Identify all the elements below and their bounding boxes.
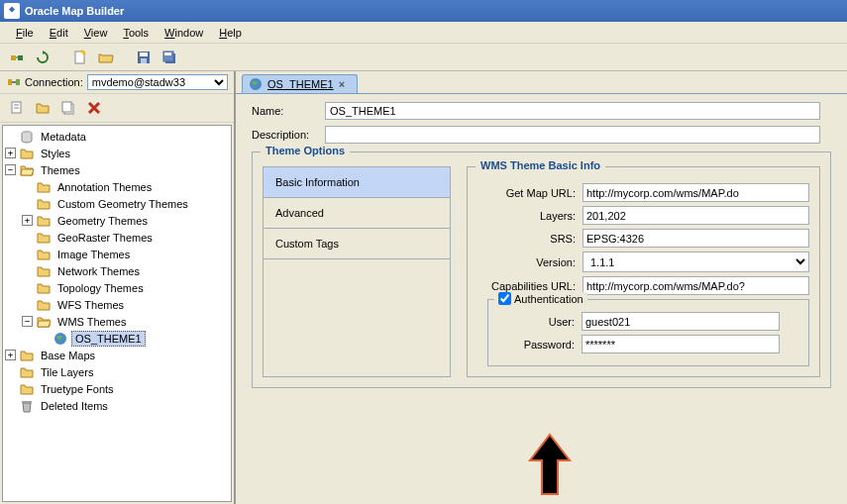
tree-geometry[interactable]: Geometry Themes	[54, 214, 151, 228]
folder-open-icon	[19, 162, 35, 178]
tree-image[interactable]: Image Themes	[54, 248, 133, 261]
tree-toggle[interactable]: +	[22, 215, 33, 226]
svg-rect-0	[11, 55, 16, 60]
description-field[interactable]	[325, 126, 820, 144]
tree-toggle[interactable]: −	[5, 164, 16, 175]
tree-toggle[interactable]: −	[22, 316, 33, 327]
tree-network[interactable]: Network Themes	[54, 264, 143, 278]
left-panel: Connection: mvdemo@stadw33 Metadata +Sty…	[0, 71, 236, 504]
layers-field[interactable]	[582, 206, 809, 225]
svg-rect-22	[22, 401, 32, 403]
tree-tile-layers[interactable]: Tile Layers	[38, 365, 96, 379]
connection-icon	[6, 74, 22, 90]
get-map-url-field[interactable]	[582, 183, 809, 202]
window-titlebar: Oracle Map Builder	[0, 0, 847, 22]
menu-view[interactable]: View	[76, 25, 116, 41]
tree-expand-icon[interactable]	[6, 97, 28, 119]
tree-georaster[interactable]: GeoRaster Themes	[54, 231, 156, 245]
menubar: File Edit View Tools Window Help	[0, 22, 847, 44]
toolbar-saveall-icon[interactable]	[159, 47, 180, 68]
menu-edit[interactable]: Edit	[42, 25, 76, 41]
tree-wfs[interactable]: WFS Themes	[54, 298, 127, 312]
theme-options-legend: Theme Options	[261, 145, 350, 156]
nav-basic-information[interactable]: Basic Information	[264, 167, 450, 198]
tree-os-theme1[interactable]: OS_THEME1	[71, 331, 146, 347]
user-label: User:	[496, 316, 582, 328]
toolbar-connect-icon[interactable]	[6, 47, 28, 68]
layers-label: Layers:	[477, 210, 582, 222]
toolbar-refresh-icon[interactable]	[32, 47, 53, 68]
toolbar-open-icon[interactable]	[95, 47, 117, 68]
folder-icon	[19, 381, 35, 397]
tree-root[interactable]: Metadata	[38, 130, 89, 144]
svg-rect-17	[62, 102, 71, 112]
menu-help[interactable]: Help	[211, 25, 250, 41]
svg-rect-9	[164, 52, 171, 55]
tree-custom-geom[interactable]: Custom Geometry Themes	[54, 197, 191, 211]
toolbar-save-icon[interactable]	[133, 47, 155, 68]
authentication-label: Authentication	[514, 293, 583, 305]
folder-icon	[36, 247, 52, 262]
tab-close-icon[interactable]: ×	[339, 78, 351, 90]
menu-file[interactable]: File	[8, 25, 42, 41]
tree-themes[interactable]: Themes	[38, 163, 83, 177]
description-label: Description:	[252, 129, 325, 141]
tree-truetype[interactable]: Truetype Fonts	[38, 382, 117, 396]
nav-custom-tags[interactable]: Custom Tags	[264, 229, 450, 259]
user-field[interactable]	[582, 312, 780, 331]
svg-rect-11	[16, 79, 20, 85]
tab-strip: OS_THEME1 ×	[236, 71, 847, 93]
folder-icon	[19, 146, 35, 161]
tab-label: OS_THEME1	[267, 78, 334, 90]
globe-icon	[53, 331, 68, 347]
menu-window[interactable]: Window	[157, 25, 211, 41]
folder-icon	[36, 213, 52, 229]
tree-base-maps[interactable]: Base Maps	[38, 349, 98, 362]
folder-open-icon	[36, 314, 52, 330]
get-map-url-label: Get Map URL:	[477, 187, 582, 199]
tree-new-folder-icon[interactable]	[32, 97, 53, 119]
folder-icon	[19, 348, 35, 363]
folder-icon	[19, 364, 35, 380]
name-field[interactable]	[325, 102, 820, 120]
capabilities-url-field[interactable]	[582, 276, 809, 295]
metadata-tree[interactable]: Metadata +Styles −Themes Annotation Them…	[2, 125, 232, 502]
wms-group-legend: WMS Theme Basic Info	[476, 159, 605, 171]
tree-toggle[interactable]: +	[5, 148, 16, 158]
left-panel-toolbar	[0, 94, 234, 123]
authentication-group: Authentication User: Password:	[487, 299, 809, 366]
folder-icon	[36, 280, 52, 296]
svg-rect-1	[18, 55, 23, 60]
version-select[interactable]: 1.1.1	[582, 252, 809, 272]
toolbar-new-icon[interactable]	[69, 47, 91, 68]
tab-os-theme1[interactable]: OS_THEME1 ×	[242, 74, 358, 93]
svg-rect-5	[140, 52, 148, 56]
tree-annotation[interactable]: Annotation Themes	[54, 180, 155, 194]
globe-icon	[249, 77, 263, 91]
tree-delete-icon[interactable]	[83, 97, 105, 119]
srs-field[interactable]	[582, 229, 809, 248]
folder-icon	[36, 263, 52, 279]
tree-topology[interactable]: Topology Themes	[54, 281, 147, 295]
window-title: Oracle Map Builder	[25, 5, 124, 17]
folder-icon	[36, 297, 52, 313]
folder-icon	[36, 230, 52, 246]
tree-toggle[interactable]: +	[5, 350, 16, 360]
authentication-checkbox[interactable]	[498, 292, 511, 305]
connection-select[interactable]: mvdemo@stadw33	[87, 74, 228, 90]
connection-bar: Connection: mvdemo@stadw33	[0, 71, 234, 94]
svg-rect-6	[141, 58, 147, 63]
password-field[interactable]	[582, 335, 780, 353]
version-label: Version:	[477, 256, 582, 268]
nav-advanced[interactable]: Advanced	[264, 198, 450, 229]
theme-options-group: Theme Options Basic Information Advanced…	[252, 151, 831, 388]
tree-styles[interactable]: Styles	[38, 147, 73, 160]
tree-copy-icon[interactable]	[57, 97, 79, 119]
editor-panel: OS_THEME1 × Name: Description: Theme Opt…	[236, 71, 847, 504]
trash-icon	[19, 398, 35, 414]
tree-deleted[interactable]: Deleted Items	[38, 399, 111, 413]
app-logo-icon	[4, 3, 20, 19]
menu-tools[interactable]: Tools	[115, 25, 157, 41]
database-icon	[19, 129, 35, 145]
tree-wms[interactable]: WMS Themes	[54, 315, 129, 329]
